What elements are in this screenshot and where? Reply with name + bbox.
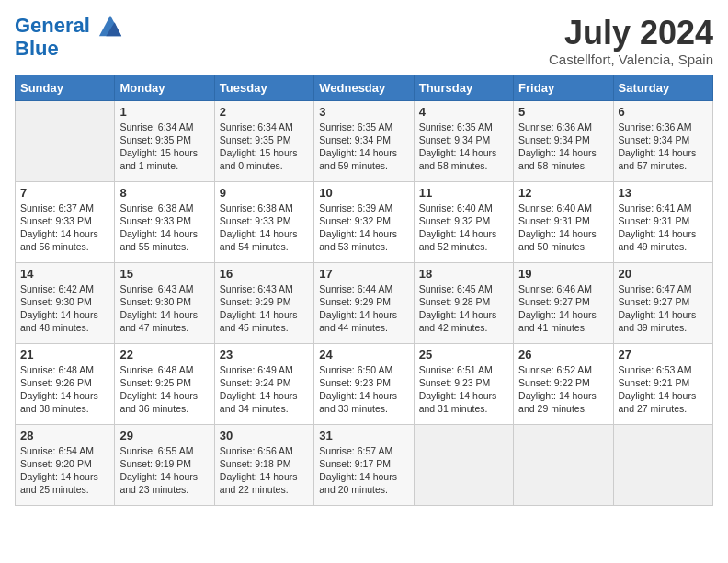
- cell-info: Sunrise: 6:35 AMSunset: 9:34 PMDaylight:…: [419, 121, 497, 172]
- calendar-cell: [613, 424, 712, 505]
- day-number: 23: [220, 348, 309, 362]
- calendar-cell: 11 Sunrise: 6:40 AMSunset: 9:32 PMDaylig…: [414, 181, 513, 262]
- cell-info: Sunrise: 6:53 AMSunset: 9:21 PMDaylight:…: [619, 364, 697, 415]
- page-header: General Blue July 2024 Castellfort, Vale…: [15, 15, 713, 67]
- day-number: 10: [319, 186, 408, 200]
- day-number: 16: [220, 267, 309, 281]
- calendar-cell: 23 Sunrise: 6:49 AMSunset: 9:24 PMDaylig…: [214, 343, 313, 424]
- calendar-cell: 1 Sunrise: 6:34 AMSunset: 9:35 PMDayligh…: [115, 100, 214, 181]
- day-number: 20: [619, 267, 708, 281]
- day-number: 13: [619, 186, 708, 200]
- cell-info: Sunrise: 6:40 AMSunset: 9:32 PMDaylight:…: [419, 202, 497, 253]
- cell-info: Sunrise: 6:56 AMSunset: 9:18 PMDaylight:…: [220, 445, 298, 496]
- calendar-cell: 6 Sunrise: 6:36 AMSunset: 9:34 PMDayligh…: [613, 100, 712, 181]
- calendar-cell: 27 Sunrise: 6:53 AMSunset: 9:21 PMDaylig…: [613, 343, 712, 424]
- calendar-cell: 30 Sunrise: 6:56 AMSunset: 9:18 PMDaylig…: [214, 424, 313, 505]
- cell-info: Sunrise: 6:46 AMSunset: 9:27 PMDaylight:…: [518, 283, 597, 334]
- col-header-wednesday: Wednesday: [314, 75, 414, 100]
- location: Castellfort, Valencia, Spain: [549, 52, 713, 67]
- calendar-cell: 20 Sunrise: 6:47 AMSunset: 9:27 PMDaylig…: [613, 262, 712, 343]
- calendar-cell: 7 Sunrise: 6:37 AMSunset: 9:33 PMDayligh…: [16, 181, 115, 262]
- day-number: 21: [20, 348, 109, 362]
- cell-info: Sunrise: 6:48 AMSunset: 9:26 PMDaylight:…: [20, 364, 98, 415]
- calendar-cell: 18 Sunrise: 6:45 AMSunset: 9:28 PMDaylig…: [414, 262, 513, 343]
- cell-info: Sunrise: 6:51 AMSunset: 9:23 PMDaylight:…: [419, 364, 497, 415]
- day-number: 18: [419, 267, 508, 281]
- day-number: 15: [119, 267, 209, 281]
- calendar-cell: 21 Sunrise: 6:48 AMSunset: 9:26 PMDaylig…: [16, 343, 115, 424]
- day-number: 28: [20, 429, 109, 442]
- calendar-cell: 9 Sunrise: 6:38 AMSunset: 9:33 PMDayligh…: [214, 181, 313, 262]
- cell-info: Sunrise: 6:38 AMSunset: 9:33 PMDaylight:…: [119, 202, 198, 253]
- cell-info: Sunrise: 6:47 AMSunset: 9:27 PMDaylight:…: [619, 283, 697, 334]
- day-number: 22: [119, 348, 209, 362]
- cell-info: Sunrise: 6:43 AMSunset: 9:29 PMDaylight:…: [220, 283, 298, 334]
- day-number: 29: [119, 429, 209, 442]
- calendar-cell: 4 Sunrise: 6:35 AMSunset: 9:34 PMDayligh…: [414, 100, 513, 181]
- day-number: 27: [619, 348, 708, 362]
- day-number: 6: [619, 105, 708, 119]
- day-number: 11: [419, 186, 508, 200]
- calendar-cell: 29 Sunrise: 6:55 AMSunset: 9:19 PMDaylig…: [115, 424, 214, 505]
- cell-info: Sunrise: 6:42 AMSunset: 9:30 PMDaylight:…: [20, 283, 98, 334]
- calendar-cell: 24 Sunrise: 6:50 AMSunset: 9:23 PMDaylig…: [314, 343, 414, 424]
- calendar-cell: [514, 424, 613, 505]
- calendar-cell: 8 Sunrise: 6:38 AMSunset: 9:33 PMDayligh…: [115, 181, 214, 262]
- cell-info: Sunrise: 6:40 AMSunset: 9:31 PMDaylight:…: [518, 202, 597, 253]
- cell-info: Sunrise: 6:45 AMSunset: 9:28 PMDaylight:…: [419, 283, 497, 334]
- calendar-cell: 14 Sunrise: 6:42 AMSunset: 9:30 PMDaylig…: [16, 262, 115, 343]
- day-number: 4: [419, 105, 508, 119]
- calendar-cell: 28 Sunrise: 6:54 AMSunset: 9:20 PMDaylig…: [16, 424, 115, 505]
- cell-info: Sunrise: 6:50 AMSunset: 9:23 PMDaylight:…: [319, 364, 397, 415]
- cell-info: Sunrise: 6:44 AMSunset: 9:29 PMDaylight:…: [319, 283, 397, 334]
- day-number: 8: [119, 186, 209, 200]
- cell-info: Sunrise: 6:35 AMSunset: 9:34 PMDaylight:…: [319, 121, 397, 172]
- calendar-cell: 15 Sunrise: 6:43 AMSunset: 9:30 PMDaylig…: [115, 262, 214, 343]
- day-number: 5: [518, 105, 608, 119]
- day-number: 17: [319, 267, 408, 281]
- cell-info: Sunrise: 6:43 AMSunset: 9:30 PMDaylight:…: [119, 283, 198, 334]
- cell-info: Sunrise: 6:36 AMSunset: 9:34 PMDaylight:…: [619, 121, 697, 172]
- cell-info: Sunrise: 6:57 AMSunset: 9:17 PMDaylight:…: [319, 445, 397, 496]
- day-number: 9: [220, 186, 309, 200]
- cell-info: Sunrise: 6:36 AMSunset: 9:34 PMDaylight:…: [518, 121, 597, 172]
- calendar-cell: [16, 100, 115, 181]
- calendar-table: SundayMondayTuesdayWednesdayThursdayFrid…: [15, 75, 713, 506]
- month-title: July 2024: [549, 15, 713, 52]
- title-block: July 2024 Castellfort, Valencia, Spain: [549, 15, 713, 67]
- col-header-friday: Friday: [514, 75, 613, 100]
- col-header-sunday: Sunday: [16, 75, 115, 100]
- logo-text: General: [15, 15, 123, 38]
- calendar-cell: 31 Sunrise: 6:57 AMSunset: 9:17 PMDaylig…: [314, 424, 414, 505]
- cell-info: Sunrise: 6:34 AMSunset: 9:35 PMDaylight:…: [220, 121, 298, 172]
- cell-info: Sunrise: 6:39 AMSunset: 9:32 PMDaylight:…: [319, 202, 397, 253]
- day-number: 7: [20, 186, 109, 200]
- cell-info: Sunrise: 6:37 AMSunset: 9:33 PMDaylight:…: [20, 202, 98, 253]
- day-number: 3: [319, 105, 408, 119]
- calendar-cell: 2 Sunrise: 6:34 AMSunset: 9:35 PMDayligh…: [214, 100, 313, 181]
- day-number: 31: [319, 429, 408, 442]
- col-header-tuesday: Tuesday: [214, 75, 313, 100]
- col-header-thursday: Thursday: [414, 75, 513, 100]
- col-header-monday: Monday: [115, 75, 214, 100]
- day-number: 12: [518, 186, 608, 200]
- calendar-cell: [414, 424, 513, 505]
- day-number: 14: [20, 267, 109, 281]
- col-header-saturday: Saturday: [613, 75, 712, 100]
- day-number: 26: [518, 348, 608, 362]
- calendar-cell: 17 Sunrise: 6:44 AMSunset: 9:29 PMDaylig…: [314, 262, 414, 343]
- cell-info: Sunrise: 6:52 AMSunset: 9:22 PMDaylight:…: [518, 364, 597, 415]
- calendar-cell: 10 Sunrise: 6:39 AMSunset: 9:32 PMDaylig…: [314, 181, 414, 262]
- cell-info: Sunrise: 6:34 AMSunset: 9:35 PMDaylight:…: [119, 121, 198, 172]
- logo-blue: Blue: [15, 38, 123, 60]
- calendar-cell: 5 Sunrise: 6:36 AMSunset: 9:34 PMDayligh…: [514, 100, 613, 181]
- cell-info: Sunrise: 6:49 AMSunset: 9:24 PMDaylight:…: [220, 364, 298, 415]
- cell-info: Sunrise: 6:48 AMSunset: 9:25 PMDaylight:…: [119, 364, 198, 415]
- day-number: 2: [220, 105, 309, 119]
- logo: General Blue: [15, 15, 123, 60]
- calendar-cell: 25 Sunrise: 6:51 AMSunset: 9:23 PMDaylig…: [414, 343, 513, 424]
- calendar-cell: 22 Sunrise: 6:48 AMSunset: 9:25 PMDaylig…: [115, 343, 214, 424]
- calendar-cell: 3 Sunrise: 6:35 AMSunset: 9:34 PMDayligh…: [314, 100, 414, 181]
- calendar-cell: 12 Sunrise: 6:40 AMSunset: 9:31 PMDaylig…: [514, 181, 613, 262]
- day-number: 19: [518, 267, 608, 281]
